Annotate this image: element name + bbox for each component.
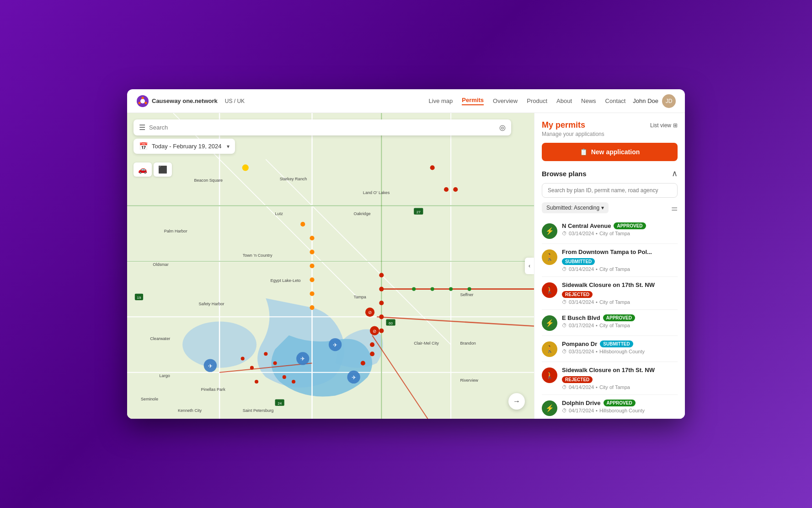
permit-list-item[interactable]: 🚶 From Downtown Tampa to Pol... SUBMITTE… — [542, 244, 678, 277]
logo-area: Causeway one.network — [136, 95, 218, 108]
sort-select[interactable]: Submitted: Ascending ▾ — [542, 202, 609, 213]
permit-name: Dolphin Drive — [562, 400, 601, 406]
permit-meta: ⏱ 03/14/2024 • City of Tampa — [562, 266, 678, 272]
permit-list-item[interactable]: 🚶 Sidewalk Closure on 17th St. NW REJECT… — [542, 277, 678, 310]
svg-text:Palm Harbor: Palm Harbor — [164, 229, 187, 233]
svg-point-2 — [142, 97, 144, 99]
plans-search-input[interactable] — [542, 183, 678, 198]
svg-point-92 — [292, 380, 295, 384]
logo-text: Causeway one.network — [152, 97, 218, 104]
locate-icon[interactable]: ◎ — [499, 123, 506, 132]
new-app-label: New application — [591, 148, 640, 156]
permit-list-item[interactable]: ⚡ E Busch Blvd APPROVED ⏱ 03/17/2024 • C… — [542, 310, 678, 336]
svg-point-94 — [453, 187, 458, 192]
permit-name-row: Sidewalk Closure on 17th St. NW REJECTED — [562, 281, 678, 298]
svg-point-89 — [241, 357, 245, 360]
permit-list-item[interactable]: 🚶 Pompano Dr SUBMITTED ⏱ 03/31/2024 • Hi… — [542, 336, 678, 362]
date-label: Today - February 19, 2024 — [152, 143, 221, 150]
svg-point-33 — [379, 301, 384, 305]
collapse-panel-button[interactable]: ‹ — [525, 258, 534, 274]
permit-agency: City of Tampa — [599, 299, 630, 305]
svg-text:Saint Petersburg: Saint Petersburg — [243, 408, 274, 413]
permit-list-item[interactable]: 🚶 Sidewalk Closure on 17th St. NW REJECT… — [542, 362, 678, 395]
sort-chevron-icon: ▾ — [601, 205, 604, 211]
permit-separator: • — [596, 231, 598, 236]
collapse-browse-button[interactable]: ∧ — [672, 168, 678, 178]
expand-map-button[interactable]: → — [508, 393, 525, 410]
clock-icon: ⏱ — [562, 384, 567, 390]
svg-point-30 — [310, 305, 314, 310]
list-view-button[interactable]: List view ⊞ — [650, 122, 678, 129]
nav-news[interactable]: News — [581, 97, 596, 104]
svg-text:Clearwater: Clearwater — [150, 336, 170, 341]
panel-title-row: My permits List view ⊞ — [542, 120, 678, 130]
filter-button[interactable]: ⚌ — [671, 204, 678, 212]
locale: US / UK — [225, 98, 245, 104]
main-content: Beacon Square Starkey Ranch Palm Harbor … — [127, 113, 685, 419]
permit-name-row: E Busch Blvd APPROVED — [562, 314, 678, 321]
permit-icon: 🚶 — [542, 249, 557, 265]
svg-text:60: 60 — [389, 321, 393, 325]
list-view-label: List view — [650, 122, 671, 129]
permit-meta: ⏱ 03/14/2024 • City of Tampa — [562, 231, 678, 236]
nav-contact[interactable]: Contact — [605, 97, 626, 104]
nav-live-map[interactable]: Live map — [429, 97, 453, 104]
nav-product[interactable]: Product — [527, 97, 547, 104]
svg-point-43 — [431, 287, 434, 291]
layers-button[interactable]: ⬛ — [154, 162, 172, 177]
svg-point-1 — [140, 99, 145, 103]
new-application-button[interactable]: 📋 New application — [542, 143, 678, 161]
svg-text:Oldsmar: Oldsmar — [153, 262, 168, 267]
permit-name-row: Dolphin Drive APPROVED — [562, 400, 678, 406]
svg-point-29 — [310, 292, 314, 296]
svg-text:✈: ✈ — [352, 374, 356, 381]
svg-text:Brandon: Brandon — [460, 341, 475, 346]
svg-point-44 — [449, 287, 453, 291]
status-badge: APPROVED — [603, 314, 635, 321]
permit-separator: • — [596, 266, 598, 272]
status-badge: APPROVED — [604, 400, 636, 406]
map-type-buttons: 🚗 ⬛ — [134, 162, 172, 177]
clock-icon: ⏱ — [562, 323, 567, 328]
permit-list-item[interactable]: ⚡ N Central Avenue APPROVED ⏱ 03/14/2024… — [542, 218, 678, 244]
permit-name-row: From Downtown Tampa to Pol... SUBMITTED — [562, 249, 678, 265]
permit-name: Sidewalk Closure on 17th St. NW — [562, 281, 655, 288]
date-bar[interactable]: 📅 Today - February 19, 2024 ▾ — [134, 139, 235, 154]
svg-text:✈: ✈ — [300, 356, 305, 362]
permit-list-item[interactable]: ⚡ Dolphin Drive APPROVED ⏱ 04/17/2024 • … — [542, 395, 678, 419]
permit-meta: ⏱ 04/14/2024 • City of Tampa — [562, 384, 678, 390]
avatar[interactable]: JD — [662, 94, 676, 108]
permit-info: Sidewalk Closure on 17th St. NW REJECTED… — [562, 281, 678, 305]
hamburger-icon[interactable]: ☰ — [139, 123, 145, 132]
panel-title: My permits — [542, 120, 585, 130]
svg-text:Kenneth City: Kenneth City — [178, 408, 202, 413]
status-badge: REJECTED — [562, 376, 593, 383]
browse-plans-title: Browse plans — [542, 170, 587, 178]
permit-icon: 🚶 — [542, 282, 557, 298]
map-search-input[interactable] — [149, 124, 496, 131]
car-view-button[interactable]: 🚗 — [134, 162, 152, 177]
logo-icon — [136, 95, 149, 108]
clock-icon: ⏱ — [562, 299, 567, 305]
nav-overview[interactable]: Overview — [493, 97, 518, 104]
svg-point-93 — [444, 187, 449, 192]
svg-point-31 — [379, 273, 384, 277]
permit-name: Pompano Dr — [562, 340, 597, 347]
map-area: Beacon Square Starkey Ranch Palm Harbor … — [127, 113, 534, 419]
permit-name-row: Sidewalk Closure on 17th St. NW REJECTED — [562, 367, 678, 383]
permit-meta: ⏱ 03/31/2024 • Hillsborough County — [562, 349, 678, 354]
permit-agency: Hillsborough County — [599, 349, 645, 354]
svg-point-38 — [361, 361, 365, 365]
svg-text:19: 19 — [137, 296, 141, 300]
permit-name: Sidewalk Closure on 17th St. NW — [562, 367, 655, 373]
svg-text:Starkey Ranch: Starkey Ranch — [280, 177, 307, 181]
nav-about[interactable]: About — [556, 97, 572, 104]
svg-text:Seffner: Seffner — [460, 292, 473, 297]
svg-point-26 — [310, 250, 314, 254]
svg-point-39 — [264, 352, 267, 356]
svg-point-41 — [255, 380, 258, 384]
permit-separator: • — [596, 323, 598, 328]
svg-text:⊘: ⊘ — [368, 310, 372, 315]
svg-text:Oakridge: Oakridge — [354, 211, 371, 216]
nav-permits[interactable]: Permits — [462, 97, 484, 105]
